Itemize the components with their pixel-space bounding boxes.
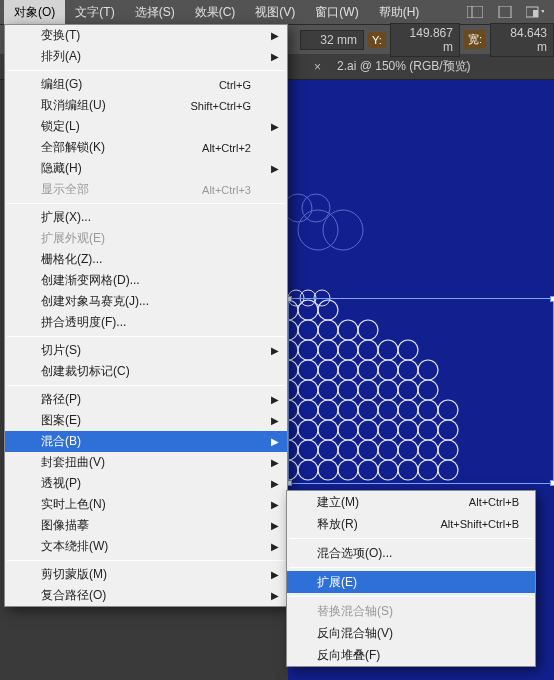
blend-submenu-item-8[interactable]: 反向混合轴(V) (287, 622, 535, 644)
object-menu-item-25[interactable]: 实时上色(N)▶ (5, 494, 287, 515)
submenu-arrow-icon: ▶ (271, 541, 279, 552)
shortcut-label: Alt+Shift+Ctrl+B (440, 518, 519, 530)
menu-item-label: 切片(S) (41, 342, 81, 359)
object-menu-item-7[interactable]: 隐藏(H)▶ (5, 158, 287, 179)
object-menu-item-14[interactable]: 创建对象马赛克(J)... (5, 291, 287, 312)
submenu-arrow-icon: ▶ (271, 394, 279, 405)
menu-item-label: 反向堆叠(F) (317, 647, 380, 664)
menu-item-label: 扩展(E) (317, 574, 357, 591)
menu-item-label: 变换(T) (41, 27, 80, 44)
menu-item-label: 扩展外观(E) (41, 230, 105, 247)
object-menu-item-30[interactable]: 复合路径(O)▶ (5, 585, 287, 606)
object-menu-item-12[interactable]: 栅格化(Z)... (5, 249, 287, 270)
blend-submenu-item-0[interactable]: 建立(M)Alt+Ctrl+B (287, 491, 535, 513)
selection-bounds (288, 298, 554, 484)
menu-type[interactable]: 文字(T) (65, 0, 124, 25)
menu-item-label: 创建渐变网格(D)... (41, 272, 140, 289)
y-label: Y: (368, 32, 386, 48)
menu-help[interactable]: 帮助(H) (369, 0, 430, 25)
menu-select[interactable]: 选择(S) (125, 0, 185, 25)
object-menu-item-21[interactable]: 图案(E)▶ (5, 410, 287, 431)
menu-item-label: 编组(G) (41, 76, 82, 93)
blend-submenu-item-5[interactable]: 扩展(E) (287, 571, 535, 593)
menu-item-label: 图案(E) (41, 412, 81, 429)
object-menu-item-15[interactable]: 拼合透明度(F)... (5, 312, 287, 333)
object-menu-item-13[interactable]: 创建渐变网格(D)... (5, 270, 287, 291)
object-menu-item-3[interactable]: 编组(G)Ctrl+G (5, 74, 287, 95)
object-menu-item-20[interactable]: 路径(P)▶ (5, 389, 287, 410)
submenu-arrow-icon: ▶ (271, 30, 279, 41)
layout-icon[interactable] (466, 3, 484, 21)
object-menu-dropdown: 变换(T)▶排列(A)▶编组(G)Ctrl+G取消编组(U)Shift+Ctrl… (4, 24, 288, 607)
menubar: 对象(O) 文字(T) 选择(S) 效果(C) 视图(V) 窗口(W) 帮助(H… (0, 0, 554, 24)
menu-item-label: 锁定(L) (41, 118, 80, 135)
menu-item-label: 混合选项(O)... (317, 545, 392, 562)
blend-submenu-item-3[interactable]: 混合选项(O)... (287, 542, 535, 564)
submenu-arrow-icon: ▶ (271, 520, 279, 531)
menu-view[interactable]: 视图(V) (245, 0, 305, 25)
menu-item-label: 创建对象马赛克(J)... (41, 293, 149, 310)
shortcut-label: Alt+Ctrl+B (469, 496, 519, 508)
object-menu-item-1[interactable]: 排列(A)▶ (5, 46, 287, 67)
object-menu-item-26[interactable]: 图像描摹▶ (5, 515, 287, 536)
object-menu-item-8: 显示全部Alt+Ctrl+3 (5, 179, 287, 200)
object-menu-item-22[interactable]: 混合(B)▶ (5, 431, 287, 452)
svg-rect-4 (533, 10, 538, 17)
y-value[interactable]: 149.867 m (390, 23, 460, 57)
menu-window[interactable]: 窗口(W) (305, 0, 368, 25)
w-value[interactable]: 84.643 m (490, 23, 554, 57)
object-menu-item-18[interactable]: 创建裁切标记(C) (5, 361, 287, 382)
shortcut-label: Shift+Ctrl+G (190, 100, 251, 112)
svg-point-7 (288, 194, 312, 222)
submenu-arrow-icon: ▶ (271, 457, 279, 468)
object-menu-item-23[interactable]: 封套扭曲(V)▶ (5, 452, 287, 473)
submenu-arrow-icon: ▶ (271, 590, 279, 601)
blend-submenu-item-9[interactable]: 反向堆叠(F) (287, 644, 535, 666)
workspace-dropdown-icon[interactable] (526, 3, 544, 21)
shortcut-label: Alt+Ctrl+3 (202, 184, 251, 196)
handle-ne[interactable] (550, 296, 554, 302)
submenu-arrow-icon: ▶ (271, 478, 279, 489)
menu-item-label: 反向混合轴(V) (317, 625, 393, 642)
menu-item-label: 排列(A) (41, 48, 81, 65)
object-menu-item-17[interactable]: 切片(S)▶ (5, 340, 287, 361)
submenu-arrow-icon: ▶ (271, 345, 279, 356)
menu-item-label: 透视(P) (41, 475, 81, 492)
object-menu-item-4[interactable]: 取消编组(U)Shift+Ctrl+G (5, 95, 287, 116)
menu-object[interactable]: 对象(O) (4, 0, 65, 25)
svg-point-6 (323, 210, 363, 250)
object-menu-item-5[interactable]: 锁定(L)▶ (5, 116, 287, 137)
object-menu-item-11: 扩展外观(E) (5, 228, 287, 249)
menu-item-label: 建立(M) (317, 494, 359, 511)
object-menu-item-6[interactable]: 全部解锁(K)Alt+Ctrl+2 (5, 137, 287, 158)
menu-item-label: 混合(B) (41, 433, 81, 450)
w-label: 宽: (464, 30, 486, 49)
submenu-arrow-icon: ▶ (271, 51, 279, 62)
menu-item-label: 显示全部 (41, 181, 89, 198)
menu-item-label: 文本绕排(W) (41, 538, 108, 555)
menu-item-label: 创建裁切标记(C) (41, 363, 130, 380)
object-menu-item-29[interactable]: 剪切蒙版(M)▶ (5, 564, 287, 585)
submenu-arrow-icon: ▶ (271, 163, 279, 174)
object-menu-item-10[interactable]: 扩展(X)... (5, 207, 287, 228)
menu-item-label: 实时上色(N) (41, 496, 106, 513)
shortcut-label: Ctrl+G (219, 79, 251, 91)
x-value[interactable]: 32 mm (300, 30, 364, 50)
menu-item-label: 全部解锁(K) (41, 139, 105, 156)
doc-setup-icon[interactable] (496, 3, 514, 21)
menu-item-label: 取消编组(U) (41, 97, 106, 114)
menu-item-label: 封套扭曲(V) (41, 454, 105, 471)
document-tab[interactable]: 2.ai @ 150% (RGB/预览) (329, 54, 479, 79)
handle-se[interactable] (550, 480, 554, 486)
menu-item-label: 栅格化(Z)... (41, 251, 102, 268)
svg-rect-2 (499, 6, 511, 18)
close-tab-icon[interactable]: × (314, 60, 321, 74)
blend-submenu-item-1[interactable]: 释放(R)Alt+Shift+Ctrl+B (287, 513, 535, 535)
object-menu-item-24[interactable]: 透视(P)▶ (5, 473, 287, 494)
svg-point-8 (302, 194, 330, 222)
object-menu-item-27[interactable]: 文本绕排(W)▶ (5, 536, 287, 557)
submenu-arrow-icon: ▶ (271, 569, 279, 580)
shortcut-label: Alt+Ctrl+2 (202, 142, 251, 154)
object-menu-item-0[interactable]: 变换(T)▶ (5, 25, 287, 46)
menu-effect[interactable]: 效果(C) (185, 0, 246, 25)
